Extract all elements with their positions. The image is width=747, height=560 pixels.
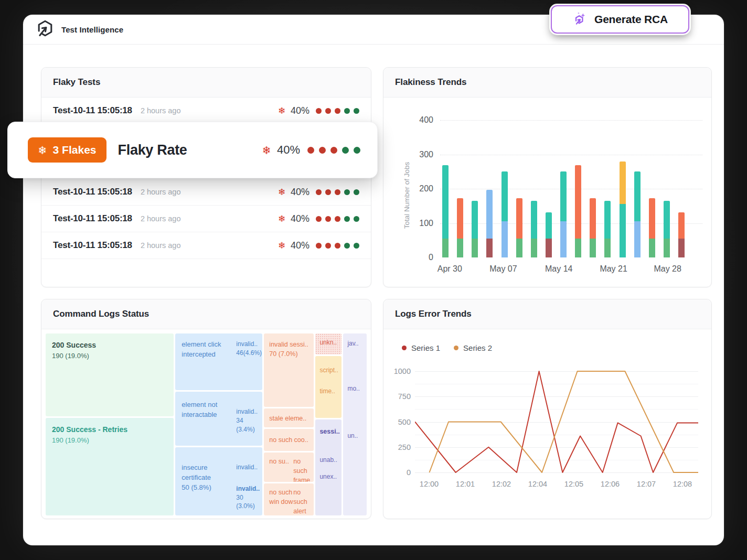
treemap-label: invalid.. — [236, 407, 258, 416]
bar-segment-maroon — [486, 239, 493, 257]
main-card: Test Intelligence Flaky Tests Test-10-11… — [23, 15, 724, 545]
treemap-label: element not interactable — [182, 400, 236, 434]
y-tick-label: 500 — [387, 418, 411, 426]
treemap-label: invalid.. — [236, 463, 260, 472]
run-result-dot — [344, 216, 350, 222]
legend-label: Series 1 — [411, 343, 440, 352]
trend-bar[interactable] — [531, 201, 537, 257]
treemap-cell-200-success-retries[interactable]: 200 Success - Retries 190 (19.0%) — [46, 418, 174, 515]
treemap-label: no such frame — [293, 457, 312, 482]
treemap-cell-element-not-interactable[interactable]: element not interactable invalid.. 34 (3… — [175, 392, 262, 446]
flakes-count-badge: ❄ 3 Flakes — [28, 137, 106, 163]
treemap-cell-insecure-certificate[interactable]: insecure certificate 50 (5.8%) invalid..… — [175, 447, 262, 515]
x-tick-label: 12:05 — [564, 480, 583, 488]
treemap-label: un.. — [347, 432, 366, 439]
flaky-test-row[interactable]: Test-10-11 15:05:182 hours ago❄40% — [41, 98, 371, 124]
flaky-rate-percent: 40% — [291, 240, 310, 251]
treemap-cell-session[interactable]: sessi.. unab.. unex.. — [315, 419, 342, 515]
treemap-label: no such win dow — [269, 488, 293, 515]
series-line-series-2[interactable] — [430, 371, 699, 472]
treemap-cell-no-such-frame[interactable]: no su.. no such frame — [264, 453, 314, 482]
treemap-cell-script-timeout[interactable]: script.. time.. — [315, 356, 342, 418]
trend-bar[interactable] — [678, 212, 685, 257]
test-name: Test-10-11 15:05:18 — [53, 213, 132, 224]
treemap-label: unex.. — [319, 473, 339, 480]
treemap-cell-no-such-window[interactable]: no such win dow no such alert — [264, 483, 314, 515]
trend-bar[interactable] — [604, 201, 611, 257]
run-result-dot — [325, 189, 331, 195]
flakes-count-label: 3 Flakes — [53, 144, 97, 156]
trend-bar[interactable] — [664, 201, 670, 257]
test-time-ago: 2 hours ago — [141, 214, 181, 223]
legend-item[interactable]: Series 1 — [402, 343, 440, 352]
flaky-test-row[interactable]: Test-10-11 15:05:182 hours ago❄40% — [41, 206, 371, 232]
trend-bar[interactable] — [649, 198, 655, 257]
treemap-value: 46(4.6%) — [236, 349, 262, 358]
legend-dot — [402, 346, 407, 350]
flaky-test-row[interactable]: Test-10-11 15:05:182 hours ago❄40% — [41, 232, 371, 259]
test-time-ago: 2 hours ago — [141, 188, 181, 196]
bar-segment-yellow — [620, 161, 626, 204]
trend-bar[interactable] — [620, 161, 626, 257]
treemap-cell-element-click[interactable]: element click intercepted invalid.. 46(4… — [175, 333, 262, 390]
bar-segment-maroon — [546, 239, 552, 257]
treemap-label: jav.. — [347, 340, 366, 347]
run-result-dot — [335, 189, 340, 195]
run-result-dot — [316, 189, 322, 195]
treemap-value: 30 (3.0%) — [236, 493, 260, 511]
x-tick-label: 12:06 — [601, 480, 620, 488]
trend-bar[interactable] — [575, 165, 581, 257]
treemap-value: 34 (3.4%) — [236, 416, 258, 434]
treemap-value: 190 (19.0%) — [52, 435, 167, 446]
bar-segment-teal — [531, 201, 537, 239]
bar-segment-green — [457, 239, 463, 257]
trend-bar[interactable] — [457, 198, 463, 257]
treemap-cell-invalid-session[interactable]: invalid sessi.. 70 (7.0%) — [264, 333, 314, 407]
treemap-cell-unknown[interactable]: unkn.. — [315, 333, 342, 354]
y-tick-label: 200 — [404, 184, 433, 193]
trend-bar[interactable] — [560, 171, 567, 257]
trend-bar[interactable] — [486, 190, 493, 257]
run-result-dot — [354, 216, 359, 222]
treemap-value: 50 (5.8%) — [182, 483, 236, 493]
bar-segment-green — [472, 239, 478, 257]
treemap-label: 200 Success - Retries — [52, 424, 167, 435]
y-tick-label: 250 — [387, 443, 411, 451]
treemap-col-blue: element click intercepted invalid.. 46(4… — [175, 333, 262, 515]
bar-segment-orange — [516, 198, 522, 239]
treemap-label: mo.. — [347, 385, 366, 392]
snowflake-icon: ❄ — [278, 188, 285, 197]
treemap-cell-javascript[interactable]: jav.. mo.. un.. — [343, 333, 367, 515]
treemap-cell-stale-element[interactable]: stale eleme.. — [264, 408, 314, 427]
bar-segment-teal — [634, 171, 641, 221]
trend-bar[interactable] — [442, 165, 449, 257]
x-tick-label: May 14 — [545, 264, 572, 274]
treemap-cell-200-success[interactable]: 200 Success 190 (19.0%) — [46, 333, 174, 416]
generate-rca-button[interactable]: Generate RCA — [551, 5, 689, 34]
trend-bar[interactable] — [472, 201, 478, 257]
x-tick-label: Apr 30 — [437, 264, 462, 274]
bar-segment-green — [649, 239, 655, 257]
trend-bar[interactable] — [516, 198, 522, 257]
run-result-dots — [316, 216, 359, 222]
run-result-dot — [316, 216, 322, 222]
trend-bar[interactable] — [546, 212, 552, 257]
run-result-dot — [325, 108, 331, 114]
brand-title: Test Intelligence — [61, 25, 123, 34]
trend-bar[interactable] — [590, 198, 596, 257]
treemap-cell-no-such-cookie[interactable]: no such coo.. — [264, 429, 314, 451]
command-logs-panel: Command Logs Status 200 Success 190 (19.… — [41, 299, 371, 519]
flaky-rate-value: 40% — [277, 143, 300, 157]
bars-container — [442, 120, 685, 257]
x-tick-label: May 28 — [654, 264, 681, 274]
legend-item[interactable]: Series 2 — [454, 343, 492, 352]
flaky-rate-percent: 40% — [291, 105, 310, 116]
bar-segment-green — [590, 239, 596, 257]
treemap-label: unab.. — [319, 456, 339, 464]
trend-bar[interactable] — [634, 171, 641, 257]
flaky-test-row[interactable]: Test-10-11 15:05:182 hours ago❄40% — [41, 179, 371, 206]
run-result-dot — [330, 147, 337, 154]
treemap-label: time.. — [319, 387, 339, 395]
trend-bar[interactable] — [501, 171, 508, 257]
bar-segment-teal — [442, 165, 449, 239]
